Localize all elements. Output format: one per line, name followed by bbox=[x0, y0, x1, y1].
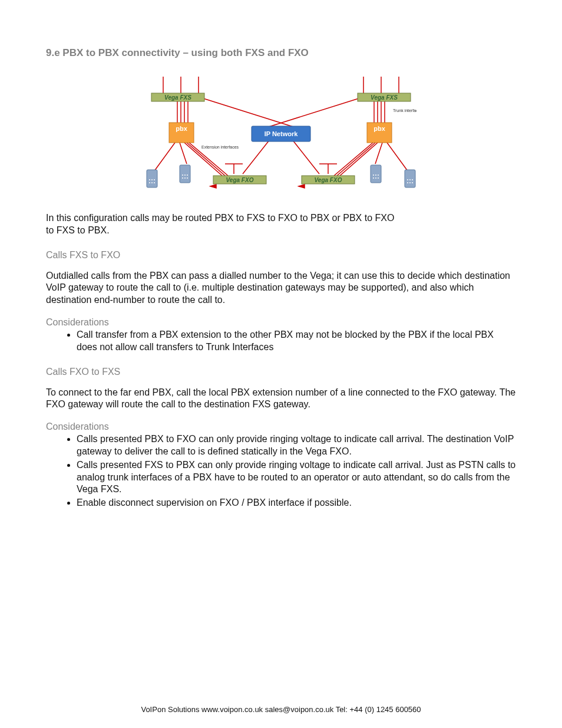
svg-line-30 bbox=[337, 143, 375, 176]
svg-point-55 bbox=[184, 177, 186, 179]
label-trunk-interfaces: Trunk interfaces bbox=[393, 108, 416, 113]
svg-point-53 bbox=[187, 174, 188, 176]
svg-point-47 bbox=[154, 179, 155, 180]
body-fxo-to-fxs: To connect to the far end PBX, call the … bbox=[46, 387, 516, 411]
label-ip-network: IP Network bbox=[265, 130, 299, 137]
svg-rect-44 bbox=[371, 165, 381, 183]
svg-line-28 bbox=[375, 143, 382, 164]
label-vega-fxo-right: Vega FXO bbox=[315, 177, 342, 183]
svg-point-65 bbox=[378, 174, 379, 176]
svg-point-52 bbox=[184, 174, 186, 176]
svg-point-51 bbox=[182, 174, 183, 176]
svg-line-14 bbox=[201, 98, 299, 129]
svg-point-67 bbox=[375, 177, 376, 179]
label-pbx-left: pbx bbox=[176, 125, 187, 132]
list-item: Call transfer from a PBX extension to th… bbox=[77, 329, 516, 354]
svg-point-64 bbox=[375, 174, 376, 176]
list-item: Calls presented FXS to PBX can only prov… bbox=[77, 459, 516, 496]
svg-point-56 bbox=[187, 177, 188, 179]
svg-point-66 bbox=[373, 177, 374, 179]
svg-point-49 bbox=[151, 182, 153, 183]
intro-paragraph: In this configuration calls may be route… bbox=[46, 212, 399, 237]
svg-point-45 bbox=[149, 179, 150, 180]
svg-point-62 bbox=[412, 182, 413, 183]
svg-rect-42 bbox=[180, 165, 190, 183]
svg-point-50 bbox=[154, 182, 155, 183]
svg-marker-33 bbox=[299, 185, 305, 188]
considerations-list-1: Call transfer from a PBX extension to th… bbox=[46, 329, 516, 354]
label-extension-interfaces: Extension interfaces bbox=[201, 145, 239, 149]
svg-point-48 bbox=[149, 182, 150, 183]
network-diagram: Vega FXS Vega FXS pbx pbx IP Network Veg… bbox=[146, 77, 416, 195]
svg-point-46 bbox=[151, 179, 153, 180]
body-fxs-to-fxo: Outdialled calls from the PBX can pass a… bbox=[46, 270, 516, 307]
svg-line-23 bbox=[180, 143, 187, 164]
svg-rect-43 bbox=[405, 170, 415, 187]
svg-line-22 bbox=[154, 143, 175, 171]
considerations-label-1: Considerations bbox=[46, 317, 516, 328]
label-vega-fxo-left: Vega FXO bbox=[226, 177, 254, 183]
svg-point-57 bbox=[407, 179, 408, 180]
svg-point-63 bbox=[373, 174, 374, 176]
heading-fxo-to-fxs: Calls FXO to FXS bbox=[46, 367, 516, 377]
list-item: Calls presented PBX to FXO can only prov… bbox=[77, 433, 516, 458]
footer-text: VoIPon Solutions www.voipon.co.uk sales@… bbox=[0, 705, 562, 714]
considerations-label-2: Considerations bbox=[46, 421, 516, 432]
svg-line-15 bbox=[263, 98, 361, 129]
svg-point-54 bbox=[182, 177, 183, 179]
svg-point-58 bbox=[409, 179, 411, 180]
svg-point-60 bbox=[407, 182, 408, 183]
label-pbx-right: pbx bbox=[373, 125, 385, 132]
svg-point-68 bbox=[378, 177, 379, 179]
section-title: 9.e PBX to PBX connectivity – using both… bbox=[46, 47, 516, 59]
svg-rect-41 bbox=[147, 170, 157, 187]
considerations-list-2: Calls presented PBX to FXO can only prov… bbox=[46, 433, 516, 509]
svg-marker-32 bbox=[210, 185, 216, 188]
heading-fxs-to-fxo: Calls FXS to FXO bbox=[46, 250, 516, 261]
label-vega-fxs-left: Vega FXS bbox=[164, 94, 191, 101]
list-item: Enable disconnect supervision on FXO / P… bbox=[77, 497, 516, 509]
svg-line-27 bbox=[387, 143, 408, 171]
svg-line-31 bbox=[334, 143, 373, 176]
svg-point-61 bbox=[409, 182, 411, 183]
label-vega-fxs-right: Vega FXS bbox=[371, 94, 398, 101]
svg-line-17 bbox=[293, 140, 319, 174]
svg-point-59 bbox=[412, 179, 413, 180]
svg-line-16 bbox=[243, 140, 269, 174]
